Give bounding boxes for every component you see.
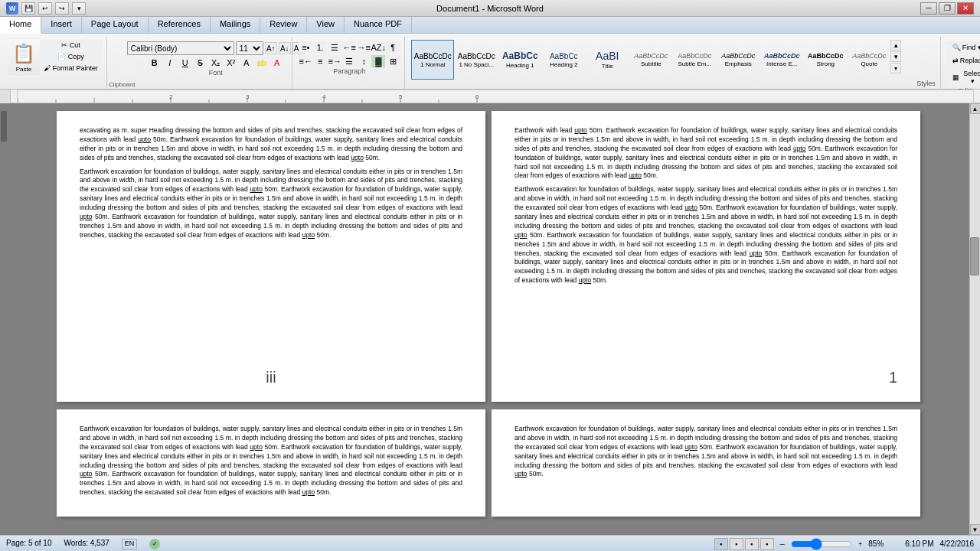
copy-button[interactable]: 📄 Copy <box>40 51 102 62</box>
borders-btn[interactable]: ⊞ <box>386 55 400 67</box>
vertical-scrollbar[interactable]: ▲ ▼ <box>969 103 980 535</box>
style-heading2[interactable]: AaBbCc Heading 2 <box>542 40 585 80</box>
styles-scroll-down[interactable]: ▼ <box>890 51 901 62</box>
save-quick-btn[interactable]: 💾 <box>21 2 35 15</box>
font-color-btn[interactable]: A <box>270 57 284 69</box>
pages-container: excavating as m. super Heading dressing … <box>8 103 969 535</box>
tab-nuance-pdf[interactable]: Nuance PDF <box>345 17 412 33</box>
top-pages-row: excavating as m. super Heading dressing … <box>15 111 962 402</box>
find-button[interactable]: 🔍 Find ▾ <box>947 41 980 54</box>
print-layout-btn[interactable]: ▪ <box>714 538 728 550</box>
show-hide-btn[interactable]: ¶ <box>386 41 400 54</box>
select-icon: ▦ <box>952 73 959 81</box>
align-right-btn[interactable]: ≡→ <box>328 55 341 67</box>
word-logo: W <box>6 2 18 15</box>
bullets-btn[interactable]: ≡• <box>299 41 312 54</box>
bold-btn[interactable]: B <box>148 57 162 69</box>
zoom-plus[interactable]: + <box>858 540 862 548</box>
style-intense-em[interactable]: AaBbCcDc Intense E... <box>760 40 803 80</box>
select-button[interactable]: ▦ Select ▾ <box>947 67 980 87</box>
title-bar-left: W 💾 ↩ ↪ ▾ <box>6 2 86 15</box>
grow-font-btn[interactable]: A↑ <box>265 42 277 54</box>
subscript-btn[interactable]: X₂ <box>209 57 223 69</box>
tab-view[interactable]: View <box>307 17 345 33</box>
style-title[interactable]: AaBI Title <box>586 40 629 80</box>
align-left-btn[interactable]: ≡← <box>299 55 312 67</box>
outline-btn[interactable]: ▪ <box>760 538 774 550</box>
numbering-btn[interactable]: 1. <box>313 41 327 54</box>
strikethrough-btn[interactable]: S̶ <box>194 57 207 69</box>
highlight-btn[interactable]: ab <box>255 57 269 69</box>
zoom-level[interactable]: 85% <box>868 540 884 548</box>
style-subtitle[interactable]: AaBbCcDc Subtitle <box>629 40 672 80</box>
underline-btn[interactable]: U <box>178 57 192 69</box>
language-indicator[interactable]: EN <box>122 539 138 549</box>
scroll-down-btn[interactable]: ▼ <box>970 524 981 535</box>
style-strong[interactable]: AaBbCcDc Strong <box>804 40 847 80</box>
format-painter-button[interactable]: 🖌 Format Painter <box>40 63 102 73</box>
zoom-minus[interactable]: ─ <box>780 540 785 548</box>
text-effects-btn[interactable]: A <box>240 57 253 69</box>
zoom-slider[interactable] <box>791 540 852 548</box>
web-layout-btn[interactable]: ▪ <box>745 538 759 550</box>
page-number-iii: iii <box>266 369 276 386</box>
shading-btn[interactable]: ▓ <box>371 55 385 67</box>
font-size-select[interactable]: 11 <box>236 41 263 55</box>
vertical-scroll-indicator[interactable] <box>1 111 7 142</box>
style-normal[interactable]: AaBbCcDc 1 Normal <box>411 40 454 80</box>
styles-group: AaBbCcDc 1 Normal AaBbCcDc 1 No Spaci...… <box>407 37 941 89</box>
full-screen-btn[interactable]: ▪ <box>730 538 743 550</box>
rbpage-para-1: Earthwork excavation for foundation of b… <box>514 425 897 479</box>
paste-button[interactable]: 📋 Paste <box>8 38 40 77</box>
replace-button[interactable]: ⇄ Replace <box>947 54 980 67</box>
scroll-thumb[interactable] <box>970 237 979 276</box>
svg-text:2: 2 <box>169 93 173 100</box>
rpage-para-2: Earthwork excavation for foundation of b… <box>514 185 897 285</box>
customize-quick-btn[interactable]: ▾ <box>72 2 86 15</box>
style-quote[interactable]: AaBbCcDc Quote <box>848 40 890 80</box>
shrink-font-btn[interactable]: A↓ <box>279 42 291 54</box>
cut-button[interactable]: ✂ Cut <box>40 40 102 51</box>
font-group: Calibri (Body) 11 A↑ A↓ Aa B I U S̶ X₂ X… <box>139 37 292 89</box>
redo-quick-btn[interactable]: ↪ <box>55 2 69 15</box>
styles-more[interactable]: ▾ <box>890 63 901 73</box>
minimize-btn[interactable]: ─ <box>920 2 937 15</box>
document-area: excavating as m. super Heading dressing … <box>0 103 980 535</box>
font-name-select[interactable]: Calibri (Body) <box>127 41 234 55</box>
svg-rect-0 <box>18 90 973 103</box>
svg-text:6: 6 <box>475 93 479 100</box>
multilevel-list-btn[interactable]: ☰ <box>328 41 341 54</box>
tab-references[interactable]: References <box>149 17 211 33</box>
page-right-top-content: Earthwork with lead upto 50m. Earthwork … <box>514 126 897 285</box>
page-left-bottom-content: Earthwork excavation for foundation of b… <box>80 425 462 497</box>
style-heading1[interactable]: AaBbCc Heading 1 <box>498 40 541 80</box>
sort-btn[interactable]: AZ↓ <box>371 41 385 54</box>
svg-text:5: 5 <box>399 93 403 100</box>
tab-home[interactable]: Home <box>0 17 41 34</box>
decrease-indent-btn[interactable]: ←≡ <box>342 41 356 54</box>
line-spacing-btn[interactable]: ↕ <box>357 55 371 67</box>
tab-spacer <box>412 17 980 33</box>
increase-indent-btn[interactable]: →≡ <box>357 41 371 54</box>
system-time: 6:10 PM <box>905 540 933 548</box>
tab-review[interactable]: Review <box>260 17 307 33</box>
tab-insert[interactable]: Insert <box>41 17 82 33</box>
tab-mailings[interactable]: Mailings <box>211 17 260 33</box>
status-bar: Page: 5 of 10 Words: 4,537 EN ✓ ▪ ▪ ▪ ▪ … <box>0 535 980 551</box>
styles-scroll-up[interactable]: ▲ <box>890 40 901 51</box>
justify-btn[interactable]: ☰ <box>342 55 356 67</box>
page-right-bottom: Earthwork excavation for foundation of b… <box>492 409 920 517</box>
scroll-up-btn[interactable]: ▲ <box>970 103 981 114</box>
italic-btn[interactable]: I <box>163 57 177 69</box>
tab-page-layout[interactable]: Page Layout <box>82 17 149 33</box>
style-no-spacing[interactable]: AaBbCcDc 1 No Spaci... <box>455 40 498 80</box>
style-subtle-em[interactable]: AaBbCcDc Subtle Em... <box>673 40 716 80</box>
font-name-row: Calibri (Body) 11 A↑ A↓ Aa <box>127 38 305 55</box>
superscript-btn[interactable]: X² <box>224 57 238 69</box>
style-emphasis[interactable]: AaBbCcDc Emphasis <box>717 40 760 80</box>
undo-quick-btn[interactable]: ↩ <box>38 2 52 15</box>
restore-btn[interactable]: ❐ <box>939 2 956 15</box>
align-center-btn[interactable]: ≡ <box>313 55 327 67</box>
close-btn[interactable]: ✕ <box>957 2 974 15</box>
system-date: 4/22/2016 <box>940 540 975 548</box>
